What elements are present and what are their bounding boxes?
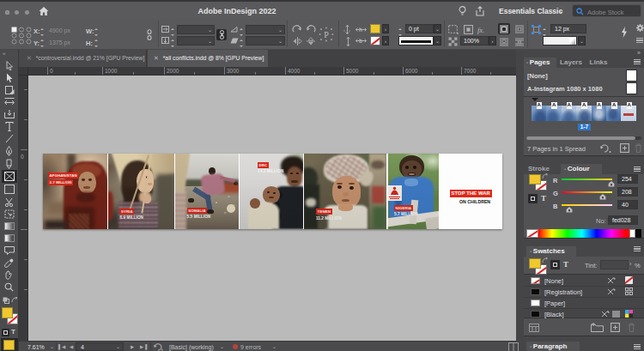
svg-text:h: h bbox=[359, 27, 362, 33]
svg-text:‹: ‹ bbox=[343, 27, 345, 33]
svg-text:›: › bbox=[349, 27, 350, 33]
svg-text:P: P bbox=[324, 30, 329, 39]
svg-text:b: b bbox=[359, 38, 362, 44]
